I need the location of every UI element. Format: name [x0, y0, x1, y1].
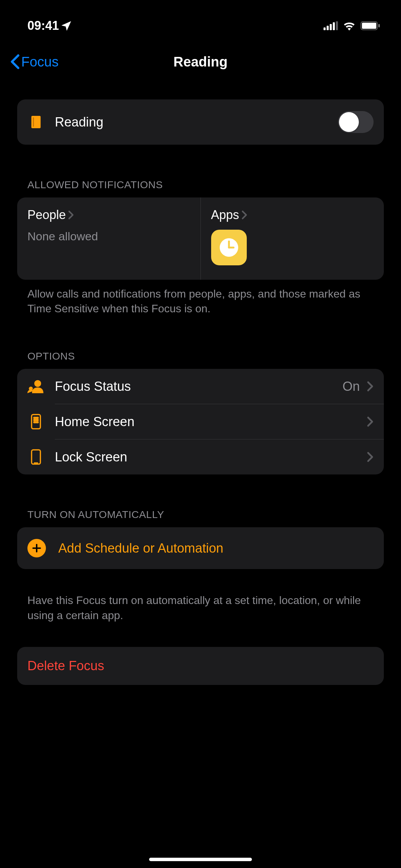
people-label: People — [27, 208, 66, 222]
home-screen-label: Home Screen — [55, 414, 367, 429]
svg-point-23 — [35, 422, 36, 423]
focus-status-label: Focus Status — [55, 379, 342, 394]
allowed-header: ALLOWED NOTIFICATIONS — [17, 179, 384, 197]
plus-icon — [27, 539, 46, 557]
svg-point-18 — [37, 418, 38, 419]
people-column[interactable]: People None allowed — [17, 197, 201, 280]
apps-label: Apps — [211, 208, 239, 222]
svg-rect-25 — [32, 450, 40, 465]
wifi-icon — [343, 21, 356, 31]
svg-point-17 — [35, 418, 36, 419]
svg-rect-9 — [33, 118, 34, 127]
focus-toggle-label: Reading — [55, 115, 338, 130]
book-icon — [27, 113, 45, 131]
focus-toggle-switch[interactable] — [338, 111, 374, 133]
svg-rect-7 — [378, 24, 380, 27]
svg-rect-6 — [362, 23, 376, 29]
options-group: Focus Status On — [17, 369, 384, 474]
svg-point-21 — [37, 420, 38, 421]
status-right-icons — [324, 21, 380, 31]
clock-app-icon — [211, 230, 247, 265]
battery-icon — [361, 21, 380, 30]
home-screen-icon — [27, 413, 45, 430]
svg-point-16 — [34, 418, 35, 419]
svg-point-13 — [34, 380, 41, 387]
add-schedule-label: Add Schedule or Automation — [58, 541, 223, 556]
chevron-right-icon — [241, 210, 247, 220]
status-time-text: 09:41 — [27, 19, 59, 33]
svg-rect-2 — [330, 24, 332, 30]
chevron-right-icon — [367, 381, 374, 392]
add-schedule-cell[interactable]: Add Schedule or Automation — [17, 527, 384, 569]
lock-screen-cell[interactable]: Lock Screen — [17, 439, 384, 474]
chevron-right-icon — [68, 210, 74, 220]
location-icon — [62, 21, 71, 31]
delete-group: Delete Focus — [17, 647, 384, 685]
chevron-right-icon — [367, 416, 374, 427]
apps-column[interactable]: Apps — [201, 197, 384, 280]
nav-title: Reading — [173, 54, 228, 70]
svg-rect-0 — [324, 27, 326, 30]
focus-status-value: On — [342, 379, 360, 394]
cellular-icon — [324, 21, 338, 30]
focus-status-cell[interactable]: Focus Status On — [17, 369, 384, 404]
svg-rect-4 — [336, 21, 338, 30]
svg-point-20 — [35, 420, 36, 421]
home-indicator[interactable] — [149, 858, 252, 861]
svg-rect-1 — [327, 26, 329, 30]
chevron-right-icon — [367, 451, 374, 462]
focus-toggle-cell[interactable]: Reading — [17, 99, 384, 145]
people-value: None allowed — [27, 230, 190, 243]
nav-header: Focus Reading — [0, 41, 401, 75]
svg-point-19 — [34, 420, 35, 421]
focus-toggle-group: Reading — [17, 99, 384, 145]
back-label: Focus — [21, 54, 59, 70]
allowed-footer: Allow calls and notifications from peopl… — [17, 280, 384, 316]
automation-header: TURN ON AUTOMATICALLY — [17, 509, 384, 527]
person-icon — [27, 378, 45, 395]
lock-screen-icon — [27, 448, 45, 466]
automation-footer: Have this Focus turn on automatically at… — [17, 586, 384, 623]
allowed-group: People None allowed Apps — [17, 197, 384, 280]
options-header: OPTIONS — [17, 350, 384, 369]
status-time: 09:41 — [27, 19, 71, 33]
automation-group: Add Schedule or Automation — [17, 527, 384, 569]
apps-header: Apps — [211, 208, 374, 222]
svg-rect-3 — [333, 22, 335, 30]
status-bar: 09:41 — [0, 0, 401, 41]
home-screen-cell[interactable]: Home Screen — [17, 404, 384, 439]
svg-point-22 — [34, 422, 35, 423]
people-header: People — [27, 208, 190, 222]
svg-rect-8 — [32, 116, 41, 128]
toggle-knob — [339, 112, 359, 132]
lock-screen-label: Lock Screen — [55, 450, 367, 465]
delete-focus-cell[interactable]: Delete Focus — [17, 647, 384, 685]
svg-point-24 — [37, 422, 38, 423]
chevron-left-icon — [10, 54, 20, 69]
delete-focus-label: Delete Focus — [27, 659, 374, 673]
back-button[interactable]: Focus — [10, 54, 59, 70]
